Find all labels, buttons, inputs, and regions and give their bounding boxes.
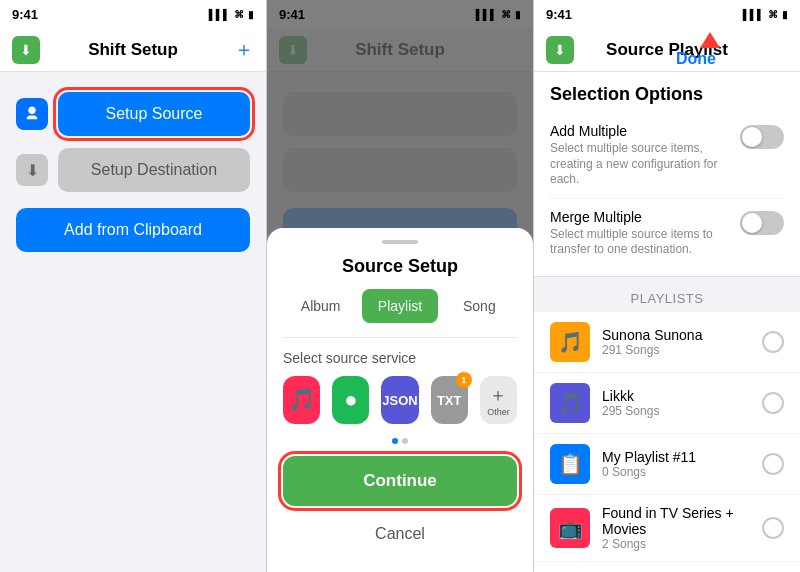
source-type-tabs: Album Playlist Song xyxy=(283,289,517,323)
playlist-radio-0[interactable] xyxy=(762,331,784,353)
merge-multiple-toggle[interactable] xyxy=(740,211,784,235)
service-icons: 🎵 ● JSON TXT 1 ＋ Other xyxy=(283,376,517,424)
playlist-info-0: Sunona Sunona 291 Songs xyxy=(602,327,762,357)
add-multiple-label: Add Multiple xyxy=(550,123,728,139)
time-3: 9:41 xyxy=(546,7,572,22)
sheet-handle xyxy=(382,240,418,244)
wifi-icon: ⌘ xyxy=(234,9,244,20)
panel-2: 9:41 ▌▌▌ ⌘ ▮ ⬇ Shift Setup Source Setup … xyxy=(267,0,533,572)
playlists-section-header: Playlists xyxy=(534,277,800,312)
merge-multiple-desc: Select multiple source items to transfer… xyxy=(550,227,728,258)
done-arrow xyxy=(700,32,720,48)
playlist-info-2: My Playlist #11 0 Songs xyxy=(602,449,762,479)
playlist-thumb-2: 📋 xyxy=(550,444,590,484)
signal-icon-3: ▌▌▌ xyxy=(743,9,764,20)
battery-icon-3: ▮ xyxy=(782,9,788,20)
merge-multiple-label: Merge Multiple xyxy=(550,209,728,225)
panel1-content: Setup Source ⬇ Setup Destination Add fro… xyxy=(0,72,266,572)
playlist-radio-3[interactable] xyxy=(762,517,784,539)
txt-badge: 1 xyxy=(456,372,472,388)
selection-options-section: Selection Options Add Multiple Select mu… xyxy=(534,72,800,277)
panel-1: 9:41 ▌▌▌ ⌘ ▮ ⬇ Shift Setup ＋ Setup Sourc… xyxy=(0,0,266,572)
playlist-radio-1[interactable] xyxy=(762,392,784,414)
nav-left-icon-1: ⬇ xyxy=(12,36,40,64)
nav-bar-3: ⬇ Source Playlist Done xyxy=(534,28,800,72)
playlist-count-3: 2 Songs xyxy=(602,537,762,551)
playlist-info-3: Found in TV Series + Movies 2 Songs xyxy=(602,505,762,551)
nav-left-icon-3: ⬇ xyxy=(546,36,574,64)
setup-dest-icon: ⬇ xyxy=(16,154,48,186)
playlist-radio-2[interactable] xyxy=(762,453,784,475)
add-from-clipboard-button[interactable]: Add from Clipboard xyxy=(16,208,250,252)
add-multiple-row: Add Multiple Select multiple source item… xyxy=(550,113,784,199)
panel3-scroll[interactable]: Selection Options Add Multiple Select mu… xyxy=(534,72,800,572)
tab-album[interactable]: Album xyxy=(283,289,358,323)
dot-1 xyxy=(392,438,398,444)
playlist-thumb-0: 🎵 xyxy=(550,322,590,362)
nav-title-1: Shift Setup xyxy=(88,40,178,60)
setup-destination-button[interactable]: Setup Destination xyxy=(58,148,250,192)
service-apple-music[interactable]: 🎵 xyxy=(283,376,320,424)
done-button[interactable]: Done xyxy=(676,50,716,68)
add-multiple-desc: Select multiple source items, creating a… xyxy=(550,141,728,188)
tab-divider xyxy=(283,337,517,338)
merge-multiple-text: Merge Multiple Select multiple source it… xyxy=(550,209,740,258)
service-txt[interactable]: TXT 1 xyxy=(431,376,468,424)
dot-2 xyxy=(402,438,408,444)
merge-multiple-row: Merge Multiple Select multiple source it… xyxy=(550,199,784,268)
status-bar-3: 9:41 ▌▌▌ ⌘ ▮ xyxy=(534,0,800,28)
playlist-item-0[interactable]: 🎵 Sunona Sunona 291 Songs xyxy=(534,312,800,373)
service-spotify[interactable]: ● xyxy=(332,376,369,424)
cancel-button[interactable]: Cancel xyxy=(283,516,517,552)
signal-icon: ▌▌▌ xyxy=(209,9,230,20)
nav-add-icon-1[interactable]: ＋ xyxy=(234,36,254,63)
add-multiple-toggle[interactable] xyxy=(740,125,784,149)
tab-song[interactable]: Song xyxy=(442,289,517,323)
playlist-item-1[interactable]: 🎵 Likkk 295 Songs xyxy=(534,373,800,434)
playlist-name-1: Likkk xyxy=(602,388,762,404)
setup-source-icon xyxy=(16,98,48,130)
wifi-icon-3: ⌘ xyxy=(768,9,778,20)
other-label: Other xyxy=(487,407,510,417)
playlist-name-3: Found in TV Series + Movies xyxy=(602,505,762,537)
nav-bar-1: ⬇ Shift Setup ＋ xyxy=(0,28,266,72)
selection-options-title: Selection Options xyxy=(550,84,784,105)
service-other[interactable]: ＋ Other xyxy=(480,376,517,424)
page-indicator xyxy=(283,438,517,444)
playlist-thumb-3: 📺 xyxy=(550,508,590,548)
add-multiple-text: Add Multiple Select multiple source item… xyxy=(550,123,740,188)
playlist-name-0: Sunona Sunona xyxy=(602,327,762,343)
setup-destination-row: ⬇ Setup Destination xyxy=(16,148,250,192)
sheet-title: Source Setup xyxy=(283,256,517,277)
continue-button[interactable]: Continue xyxy=(283,456,517,506)
status-bar-1: 9:41 ▌▌▌ ⌘ ▮ xyxy=(0,0,266,28)
panel-3: 9:41 ▌▌▌ ⌘ ▮ ⬇ Source Playlist Done Sele… xyxy=(534,0,800,572)
other-plus-icon: ＋ xyxy=(489,383,507,407)
select-source-label: Select source service xyxy=(283,350,517,366)
setup-source-row: Setup Source xyxy=(16,92,250,136)
setup-source-button[interactable]: Setup Source xyxy=(58,92,250,136)
playlist-count-2: 0 Songs xyxy=(602,465,762,479)
service-json[interactable]: JSON xyxy=(381,376,418,424)
playlist-thumb-1: 🎵 xyxy=(550,383,590,423)
status-icons-3: ▌▌▌ ⌘ ▮ xyxy=(743,9,788,20)
playlist-item-2[interactable]: 📋 My Playlist #11 0 Songs xyxy=(534,434,800,495)
playlist-name-2: My Playlist #11 xyxy=(602,449,762,465)
status-icons-1: ▌▌▌ ⌘ ▮ xyxy=(209,9,254,20)
bottom-sheet: Source Setup Album Playlist Song Select … xyxy=(267,228,533,572)
time-1: 9:41 xyxy=(12,7,38,22)
tab-playlist[interactable]: Playlist xyxy=(362,289,437,323)
playlist-count-0: 291 Songs xyxy=(602,343,762,357)
playlists-section: Playlists 🎵 Sunona Sunona 291 Songs 🎵 Li… xyxy=(534,277,800,572)
playlist-count-1: 295 Songs xyxy=(602,404,762,418)
battery-icon: ▮ xyxy=(248,9,254,20)
playlist-item-3[interactable]: 📺 Found in TV Series + Movies 2 Songs xyxy=(534,495,800,562)
playlist-info-1: Likkk 295 Songs xyxy=(602,388,762,418)
playlist-item-4[interactable]: 🙏 Shiv Aarti 2 Songs xyxy=(534,562,800,572)
